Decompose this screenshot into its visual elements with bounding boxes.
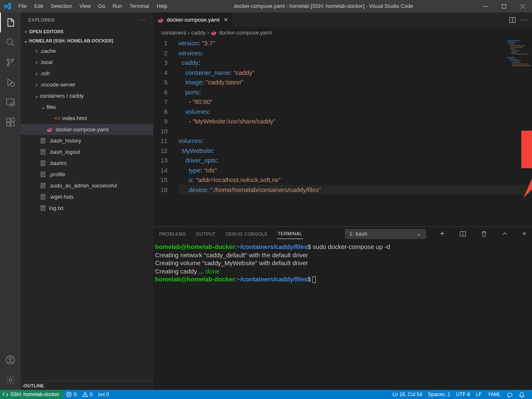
panel-tab-problems[interactable]: PROBLEMS	[158, 232, 187, 236]
explorer-more-icon[interactable]: ···	[140, 17, 146, 22]
tree-item[interactable]: docker-compose.yaml	[21, 124, 153, 135]
tree-item[interactable]: ⌄containers / caddy	[21, 90, 153, 101]
svg-point-19	[9, 379, 12, 381]
chevron-down-icon: ⌄	[416, 231, 422, 237]
svg-rect-53	[510, 45, 525, 46]
panel-tab-debug-console[interactable]: DEBUG CONSOLE	[225, 232, 268, 236]
editor-more-icon[interactable]: ···	[521, 16, 529, 24]
status-ports[interactable]: 0	[96, 392, 112, 398]
status-errors[interactable]: 0	[63, 392, 79, 397]
status-encoding[interactable]: UTF-8	[453, 392, 473, 397]
svg-rect-16	[11, 118, 15, 121]
panel-tab-output[interactable]: OUTPUT	[195, 232, 217, 236]
terminal-cursor	[313, 276, 316, 283]
new-terminal-icon[interactable]: +	[439, 229, 446, 238]
search-icon[interactable]	[0, 32, 21, 52]
activity-bar	[0, 12, 21, 390]
tree-item[interactable]: ›.vscode-server	[21, 79, 153, 90]
tree-item[interactable]: .profile	[21, 169, 153, 180]
title-bar: File Edit Selection View Go Run Terminal…	[0, 0, 532, 12]
remote-indicator[interactable]: SSH: homelab-docker	[0, 390, 63, 399]
minimap[interactable]	[503, 38, 532, 80]
status-warnings[interactable]: 0	[79, 392, 96, 397]
svg-line-5	[12, 44, 14, 46]
svg-rect-56	[512, 50, 520, 51]
menu-terminal[interactable]: Terminal	[126, 3, 153, 9]
svg-point-7	[7, 59, 10, 61]
tab-docker-compose[interactable]: docker-compose.yaml ✕	[153, 12, 232, 27]
menu-edit[interactable]: Edit	[30, 3, 47, 9]
status-line-col[interactable]: Ln 16, Col 54	[389, 392, 425, 397]
remote-explorer-icon[interactable]	[0, 92, 21, 112]
tree-item[interactable]: .sudo_as_admin_successful	[21, 180, 153, 191]
svg-point-72	[101, 394, 102, 395]
svg-rect-55	[510, 49, 515, 49]
menu-help[interactable]: Help	[153, 3, 171, 9]
editor-tabs: docker-compose.yaml ✕ ···	[153, 12, 532, 27]
run-debug-icon[interactable]	[0, 72, 21, 92]
tree-item[interactable]: ⌄files	[21, 101, 153, 113]
editor[interactable]: 12345678910111213141516 version: "3.7"se…	[153, 38, 532, 227]
open-editors-header[interactable]: ›OPEN EDITORS	[21, 27, 153, 36]
breadcrumb[interactable]: containers› caddy› docker-compose.yaml	[153, 27, 532, 38]
close-panel-icon[interactable]: ✕	[522, 231, 527, 236]
tree-item[interactable]: ›.ssh	[21, 68, 153, 79]
svg-point-18	[9, 357, 12, 360]
html-icon: <>	[53, 115, 62, 121]
svg-point-4	[7, 39, 12, 44]
file-tree: ›.cache›.local›.ssh›.vscode-server⌄conta…	[21, 45, 153, 214]
tree-item[interactable]: ›.local	[21, 57, 153, 68]
minimize-button[interactable]	[476, 0, 495, 12]
extensions-icon[interactable]	[0, 112, 21, 132]
file-icon	[40, 171, 48, 177]
file-icon	[40, 138, 48, 144]
maximize-panel-icon[interactable]	[501, 231, 508, 236]
file-icon	[40, 160, 48, 166]
status-spaces[interactable]: Spaces: 2	[425, 392, 453, 397]
vscode-logo-icon	[0, 2, 15, 10]
terminal-selector[interactable]: 1: bash⌄	[345, 229, 426, 239]
split-editor-icon[interactable]	[509, 17, 516, 23]
panel-tabs: PROBLEMS OUTPUT DEBUG CONSOLE TERMINAL 1…	[153, 227, 532, 241]
svg-rect-14	[7, 123, 10, 126]
status-eol[interactable]: LF	[473, 392, 485, 397]
explorer-header: EXPLORER ···	[21, 12, 153, 27]
workspace-header[interactable]: ⌄HOMELAB [SSH: HOMELAB-DOCKER]	[21, 36, 153, 45]
close-button[interactable]	[513, 0, 532, 12]
tree-item[interactable]: log.txt	[21, 202, 153, 214]
account-icon[interactable]	[0, 350, 21, 370]
svg-point-71	[85, 396, 86, 396]
source-control-icon[interactable]	[0, 52, 21, 72]
tree-item[interactable]: <>index.html	[21, 113, 153, 124]
svg-rect-1	[502, 5, 506, 8]
tree-item[interactable]: .wget-hsts	[21, 191, 153, 202]
menu-go[interactable]: Go	[94, 3, 109, 9]
settings-gear-icon[interactable]	[0, 370, 21, 390]
maximize-button[interactable]	[495, 0, 513, 12]
status-bell-icon[interactable]	[516, 392, 528, 398]
main-area: docker-compose.yaml ✕ ··· containers› ca…	[153, 12, 532, 390]
svg-rect-63	[512, 64, 529, 64]
status-feedback-icon[interactable]	[504, 392, 516, 398]
docker-icon	[211, 30, 217, 36]
tree-item[interactable]: .bash_logout	[21, 146, 153, 158]
menu-view[interactable]: View	[76, 3, 94, 9]
explorer-icon[interactable]	[0, 12, 21, 32]
tree-item[interactable]: .bashrc	[21, 158, 153, 169]
svg-point-8	[7, 64, 10, 66]
docker-icon	[47, 126, 55, 133]
menu-selection[interactable]: Selection	[47, 3, 76, 9]
outline-header[interactable]: ›OUTLINE	[21, 381, 153, 390]
tab-close-icon[interactable]: ✕	[224, 17, 228, 23]
menu-run[interactable]: Run	[109, 3, 126, 9]
split-terminal-icon[interactable]	[459, 231, 467, 237]
tree-item[interactable]: ›.cache	[21, 45, 153, 57]
terminal[interactable]: homelab@homelab-docker:~/containers/cadd…	[153, 241, 532, 390]
kill-terminal-icon[interactable]	[480, 231, 488, 237]
tree-item[interactable]: .bash_history	[21, 135, 153, 146]
menu-file[interactable]: File	[15, 3, 30, 9]
status-language[interactable]: YAML	[485, 392, 504, 397]
panel-tab-terminal[interactable]: TERMINAL	[277, 231, 303, 239]
svg-point-6	[12, 59, 14, 61]
svg-rect-64	[512, 65, 531, 66]
